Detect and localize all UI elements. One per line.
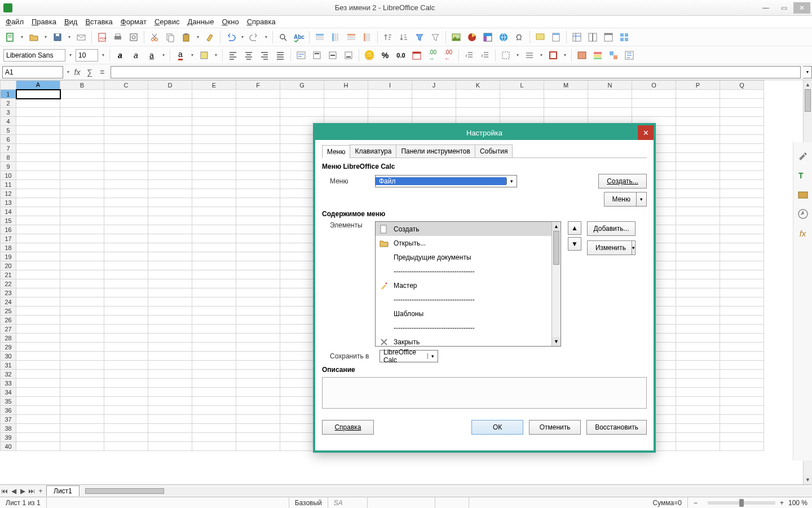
list-item[interactable]: Закрыть xyxy=(376,335,561,347)
menu-данные[interactable]: Данные xyxy=(184,16,217,27)
dialog-tab-3[interactable]: События xyxy=(475,144,513,157)
find-icon[interactable] xyxy=(276,30,290,44)
navigator-icon[interactable] xyxy=(797,208,809,220)
minimize-button[interactable]: — xyxy=(757,2,774,14)
styles-panel-icon[interactable]: T xyxy=(797,169,809,182)
borders-dropdown[interactable]: ▾ xyxy=(515,49,520,62)
list-item[interactable]: ------------------------------------ xyxy=(376,264,561,278)
highlight-icon[interactable] xyxy=(197,49,211,62)
list-item[interactable]: Открыть... xyxy=(376,236,561,250)
spellcheck-icon[interactable]: Abc xyxy=(292,30,306,44)
window-icon[interactable] xyxy=(602,30,615,44)
list-item[interactable]: Мастер xyxy=(376,278,561,292)
font-color-icon[interactable]: a xyxy=(174,49,187,62)
menu-combo[interactable]: Файл ▾ xyxy=(375,175,517,187)
align-right-icon[interactable] xyxy=(258,49,271,62)
autoformat-icon[interactable] xyxy=(575,49,589,62)
dialog-close-button[interactable]: ✕ xyxy=(638,125,654,140)
currency-icon[interactable]: 🪙 xyxy=(363,49,376,62)
menu-вид[interactable]: Вид xyxy=(61,16,81,27)
styles-icon[interactable] xyxy=(607,49,620,62)
restore-button[interactable]: Восстановить xyxy=(586,420,647,435)
open-icon[interactable] xyxy=(27,30,41,44)
dialog-tab-0[interactable]: Меню xyxy=(322,145,350,158)
valign-bot-icon[interactable] xyxy=(342,49,355,62)
close-button[interactable]: ✕ xyxy=(793,2,810,14)
chart-icon[interactable] xyxy=(465,30,479,44)
undo-icon[interactable] xyxy=(224,30,237,44)
align-center-icon[interactable] xyxy=(242,49,255,62)
special-char-icon[interactable]: Ω xyxy=(513,30,526,44)
zoom-out[interactable]: − xyxy=(688,497,703,508)
image-icon[interactable] xyxy=(449,30,463,44)
add-decimal-icon[interactable]: .00→ xyxy=(426,49,439,62)
font-size-dropdown[interactable]: ▾ xyxy=(100,49,106,62)
paste-icon[interactable] xyxy=(179,30,193,44)
savein-combo[interactable]: LibreOffice Calc ▾ xyxy=(379,350,438,362)
font-name-dropdown[interactable]: ▾ xyxy=(68,49,73,62)
cellref-dropdown[interactable]: ▾ xyxy=(65,65,71,79)
font-color-dropdown[interactable]: ▾ xyxy=(189,49,195,62)
header-icon[interactable] xyxy=(549,30,563,44)
sort-asc-icon[interactable] xyxy=(381,30,395,44)
signature[interactable] xyxy=(435,497,469,508)
menu-split-button[interactable]: Меню ▾ xyxy=(604,192,647,207)
formula-expand[interactable]: ▾ xyxy=(803,66,812,78)
horizontal-scrollbar[interactable] xyxy=(85,487,812,495)
themes-icon[interactable] xyxy=(623,49,636,62)
email-icon[interactable] xyxy=(74,30,88,44)
number-icon[interactable]: 0.0 xyxy=(394,49,408,62)
cell-reference-input[interactable] xyxy=(2,66,63,78)
font-name-input[interactable] xyxy=(3,49,65,62)
list-item[interactable]: ------------------------------------ xyxy=(376,292,561,306)
wrap-icon[interactable] xyxy=(294,49,308,62)
selection-mode[interactable] xyxy=(368,497,435,508)
border-color-icon[interactable] xyxy=(546,49,560,62)
add-button[interactable]: Добавить... xyxy=(587,221,636,236)
sum-icon[interactable]: ∑ xyxy=(83,66,96,78)
date-icon[interactable] xyxy=(410,49,423,62)
redo-icon[interactable] xyxy=(248,30,261,44)
pivot-icon[interactable] xyxy=(481,30,495,44)
dialog-tab-2[interactable]: Панели инструментов xyxy=(396,144,475,157)
split-icon[interactable] xyxy=(586,30,599,44)
menu-формат[interactable]: Формат xyxy=(117,16,150,27)
cancel-button[interactable]: Отменить xyxy=(529,420,581,435)
save-icon[interactable] xyxy=(51,30,64,44)
format-paint-icon[interactable] xyxy=(203,30,217,44)
add-sheet-button[interactable]: + xyxy=(36,487,45,495)
undo-dropdown[interactable]: ▾ xyxy=(240,30,245,44)
copy-icon[interactable] xyxy=(164,30,177,44)
menu-окно[interactable]: Окно xyxy=(218,16,242,27)
filter-icon[interactable] xyxy=(429,30,442,44)
list-item[interactable]: Предыдущие документы xyxy=(376,250,561,264)
bold-icon[interactable]: a xyxy=(113,49,127,62)
menu-сервис[interactable]: Сервис xyxy=(151,16,183,27)
cut-icon[interactable] xyxy=(148,30,161,44)
create-button[interactable]: Создать... xyxy=(598,174,647,189)
align-left-icon[interactable] xyxy=(226,49,240,62)
del-row-icon[interactable] xyxy=(345,30,358,44)
prev-sheet-nav[interactable]: ◀ xyxy=(9,487,18,495)
functions-icon[interactable]: fx xyxy=(797,227,809,239)
elements-listbox[interactable]: СоздатьОткрыть...Предыдущие документы---… xyxy=(375,221,561,347)
edit-split-button[interactable]: Изменить ▾ xyxy=(587,240,636,255)
open-dropdown[interactable]: ▾ xyxy=(43,30,48,44)
del-col-icon[interactable] xyxy=(360,30,374,44)
new-doc-dropdown[interactable]: ▾ xyxy=(19,30,25,44)
print-icon[interactable] xyxy=(111,30,125,44)
underline-icon[interactable]: a xyxy=(145,49,158,62)
listbox-scrollbar[interactable]: ▲▼ xyxy=(551,222,561,346)
highlight-dropdown[interactable]: ▾ xyxy=(213,49,219,62)
redo-dropdown[interactable]: ▾ xyxy=(263,30,269,44)
move-up-button[interactable]: ▲ xyxy=(568,221,581,235)
valign-mid-icon[interactable] xyxy=(326,49,339,62)
menu-правка[interactable]: Правка xyxy=(28,16,60,27)
zoom-in[interactable]: + xyxy=(780,499,784,507)
freeze-icon[interactable] xyxy=(570,30,584,44)
sheet-tab[interactable]: Лист1 xyxy=(46,485,80,496)
row-icon[interactable] xyxy=(313,30,326,44)
maximize-button[interactable]: ▭ xyxy=(775,2,792,14)
valign-top-icon[interactable] xyxy=(310,49,324,62)
del-decimal-icon[interactable]: .00← xyxy=(442,49,455,62)
